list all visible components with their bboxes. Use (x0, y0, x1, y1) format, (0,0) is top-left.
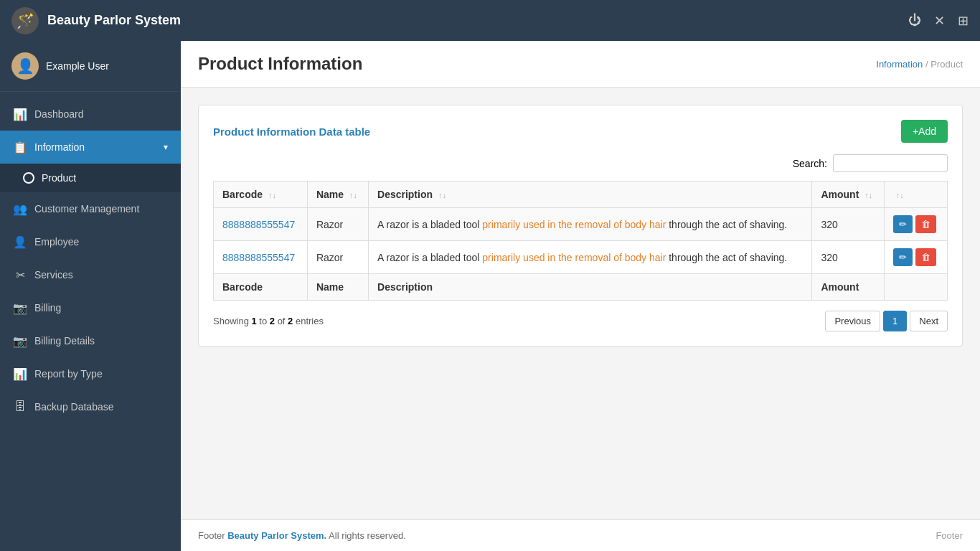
top-bar-left: 🪄 Beauty Parlor System (11, 7, 181, 34)
action-buttons: ✏ 🗑 (893, 248, 938, 266)
cell-description: A razor is a bladed tool primarily used … (369, 208, 812, 241)
footer-description: Description (369, 274, 812, 301)
barcode-link[interactable]: 8888888555547 (222, 219, 295, 230)
cell-actions: ✏ 🗑 (884, 208, 947, 241)
search-label: Search: (793, 158, 827, 169)
edit-button[interactable]: ✏ (893, 215, 913, 233)
card-title: Product Information Data table (213, 126, 370, 138)
power-icon[interactable]: ⏻ (908, 13, 921, 28)
table-row: 8888888555547 Razor A razor is a bladed … (214, 208, 948, 241)
cell-barcode: 8888888555547 (214, 208, 308, 241)
sidebar-sub-item-label: Product (42, 172, 76, 184)
services-icon: ✂ (13, 268, 27, 282)
sidebar-item-customer-management[interactable]: 👥 Customer Management (0, 192, 181, 225)
app-logo-icon: 🪄 (11, 7, 39, 34)
search-input[interactable] (833, 154, 948, 172)
pagination: Previous 1 Next (825, 311, 948, 331)
sidebar-user: 👤 Example User (0, 41, 181, 92)
app-title: Beauty Parlor System (47, 13, 181, 28)
edit-button[interactable]: ✏ (893, 248, 913, 266)
cell-name: Razor (307, 241, 368, 274)
footer-actions (884, 274, 947, 301)
footer-brand: Beauty Parlor System. (227, 530, 326, 541)
sort-icon-barcode[interactable]: ↑↓ (268, 191, 276, 199)
action-buttons: ✏ 🗑 (893, 215, 938, 233)
cell-name: Razor (307, 208, 368, 241)
employee-icon: 👤 (13, 235, 27, 249)
app-wrapper: 🪄 Beauty Parlor System ⏻ ✕ ⊞ 👤 Example U… (0, 0, 980, 551)
footer: Footer Beauty Parlor System. All rights … (181, 519, 980, 551)
sort-icon-description[interactable]: ↑↓ (438, 191, 446, 199)
grid-icon[interactable]: ⊞ (958, 13, 969, 29)
expand-icon[interactable]: ✕ (934, 13, 945, 29)
breadcrumb-current: Product (930, 59, 963, 70)
sidebar-item-label: Information (34, 141, 156, 153)
sidebar-item-label: Backup Database (34, 401, 168, 413)
showing-total: 2 (288, 316, 293, 326)
billing-details-icon: 📷 (13, 334, 27, 348)
sidebar-sub-information: Product (0, 164, 181, 192)
sort-icon-actions: ↑↓ (896, 191, 904, 199)
sort-icon-amount[interactable]: ↑↓ (864, 191, 872, 199)
product-table: Barcode ↑↓ Name ↑↓ Description ↑↓ Amount… (213, 181, 948, 301)
cell-barcode: 8888888555547 (214, 241, 308, 274)
sidebar-username: Example User (46, 60, 109, 72)
table-header-row: Barcode ↑↓ Name ↑↓ Description ↑↓ Amount… (214, 182, 948, 208)
sidebar-item-billing[interactable]: 📷 Billing (0, 291, 181, 324)
sidebar-item-label: Billing (34, 302, 168, 314)
table-footer: Showing 1 to 2 of 2 entries Previous 1 N… (213, 311, 948, 331)
main-area: 👤 Example User 📊 Dashboard 📋 Information… (0, 41, 980, 551)
product-sub-icon (23, 172, 34, 184)
col-amount: Amount ↑↓ (812, 182, 884, 208)
page-title: Product Information (198, 54, 362, 74)
col-barcode: Barcode ↑↓ (214, 182, 308, 208)
footer-name: Name (307, 274, 368, 301)
breadcrumb-link[interactable]: Information (876, 59, 923, 70)
cell-description: A razor is a bladed tool primarily used … (369, 241, 812, 274)
information-icon: 📋 (13, 140, 27, 154)
breadcrumb: Information / Product (876, 59, 963, 70)
footer-amount: Amount (812, 274, 884, 301)
sidebar-item-dashboard[interactable]: 📊 Dashboard (0, 98, 181, 131)
dashboard-icon: 📊 (13, 107, 27, 121)
backup-icon: 🗄 (13, 400, 27, 414)
sidebar-nav: 📊 Dashboard 📋 Information ▾ Product 👥 (0, 92, 181, 551)
sidebar-item-backup-database[interactable]: 🗄 Backup Database (0, 390, 181, 423)
table-row: 8888888555547 Razor A razor is a bladed … (214, 241, 948, 274)
add-button[interactable]: +Add (901, 120, 948, 143)
sidebar-item-label: Customer Management (34, 203, 168, 215)
sidebar-item-billing-details[interactable]: 📷 Billing Details (0, 324, 181, 357)
delete-button[interactable]: 🗑 (915, 248, 936, 266)
content-header: Product Information Information / Produc… (181, 41, 980, 88)
sidebar-item-information[interactable]: 📋 Information ▾ (0, 131, 181, 164)
footer-barcode: Barcode (214, 274, 308, 301)
footer-right: Footer (936, 530, 963, 541)
sidebar-item-product[interactable]: Product (0, 164, 181, 192)
chevron-down-icon: ▾ (164, 142, 168, 152)
search-bar: Search: (213, 154, 948, 172)
sidebar-item-employee[interactable]: 👤 Employee (0, 225, 181, 258)
col-actions: ↑↓ (884, 182, 947, 208)
sidebar-item-label: Dashboard (34, 108, 168, 120)
delete-button[interactable]: 🗑 (915, 215, 936, 233)
table-footer-row: Barcode Name Description Amount (214, 274, 948, 301)
showing-text: Showing 1 to 2 of 2 entries (213, 316, 324, 326)
col-name: Name ↑↓ (307, 182, 368, 208)
footer-left: Footer Beauty Parlor System. All rights … (198, 530, 406, 541)
content: Product Information Information / Produc… (181, 41, 980, 551)
page-1-button[interactable]: 1 (883, 311, 907, 331)
content-body: Product Information Data table +Add Sear… (181, 88, 980, 519)
sidebar-item-services[interactable]: ✂ Services (0, 258, 181, 291)
sidebar-item-label: Employee (34, 236, 168, 248)
cell-actions: ✏ 🗑 (884, 241, 947, 274)
cell-amount: 320 (812, 241, 884, 274)
next-button[interactable]: Next (910, 311, 948, 331)
previous-button[interactable]: Previous (825, 311, 880, 331)
card-header: Product Information Data table +Add (213, 120, 948, 143)
data-card: Product Information Data table +Add Sear… (198, 105, 963, 347)
sidebar-item-label: Services (34, 269, 168, 281)
top-bar: 🪄 Beauty Parlor System ⏻ ✕ ⊞ (0, 0, 980, 41)
sort-icon-name[interactable]: ↑↓ (349, 191, 357, 199)
sidebar-item-report-by-type[interactable]: 📊 Report by Type (0, 357, 181, 390)
barcode-link[interactable]: 8888888555547 (222, 252, 295, 263)
